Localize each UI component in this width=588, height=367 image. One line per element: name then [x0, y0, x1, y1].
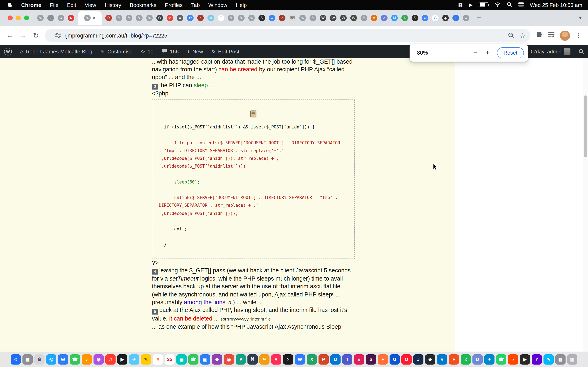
- browser-tab[interactable]: M: [391, 15, 398, 21]
- browser-tab[interactable]: ✳: [401, 15, 408, 21]
- media-controls-icon[interactable]: [548, 32, 554, 39]
- browser-tab[interactable]: W: [350, 15, 357, 21]
- dock-app-icon[interactable]: ▶: [117, 354, 127, 365]
- window-zoom-button[interactable]: [24, 16, 29, 20]
- browser-tab[interactable]: ✎: [228, 15, 234, 21]
- dock-app-icon[interactable]: ♥: [271, 354, 281, 365]
- zoom-in-button[interactable]: +: [481, 49, 494, 57]
- back-button[interactable]: ←: [3, 31, 16, 40]
- dock-app-icon[interactable]: ▦: [22, 354, 33, 365]
- browser-tab[interactable]: ✎: [136, 15, 143, 21]
- menu-item[interactable]: Profiles: [165, 2, 183, 8]
- browser-tab[interactable]: ✎: [299, 15, 306, 21]
- reload-button[interactable]: ↻: [29, 31, 43, 40]
- dock-app-icon[interactable]: #: [354, 354, 364, 365]
- dock-app-icon[interactable]: W: [295, 354, 305, 365]
- spotlight-search-icon[interactable]: [507, 2, 512, 8]
- dock-app-icon[interactable]: ✈: [129, 354, 139, 365]
- admin-greeting[interactable]: G'day, admin: [527, 45, 575, 58]
- menu-item[interactable]: View: [85, 2, 96, 8]
- menu-item[interactable]: Edit: [67, 2, 76, 8]
- address-bar[interactable]: rjmprogramming.com.au/ITblog/?p=72225 ☆: [45, 29, 530, 42]
- admin-customise[interactable]: ✎Customise: [96, 45, 137, 58]
- new-tab-button[interactable]: +: [473, 14, 485, 22]
- dock-app-icon[interactable]: ♫: [461, 354, 471, 365]
- dock-app-icon[interactable]: ☎: [188, 354, 199, 365]
- dock-app-icon[interactable]: ◆: [212, 354, 222, 365]
- browser-tab[interactable]: M: [167, 15, 173, 21]
- browser-tab[interactable]: ⚙: [269, 15, 275, 21]
- dock-app-icon[interactable]: ▥: [567, 354, 577, 365]
- browser-tab[interactable]: W: [330, 15, 337, 21]
- browser-tab[interactable]: ◔: [197, 15, 204, 21]
- browser-menu-kebab-icon[interactable]: ⋮: [575, 32, 581, 39]
- browser-tab[interactable]: W: [320, 15, 326, 21]
- browser-tab[interactable]: ✎: [248, 15, 255, 21]
- dock-app-icon[interactable]: ◉: [224, 354, 234, 365]
- dock-app-icon[interactable]: F: [449, 354, 459, 365]
- browser-tab[interactable]: ❄: [208, 15, 214, 21]
- admin-site-name[interactable]: ⌂Robert James Metcalfe Blog: [16, 45, 96, 58]
- dock-app-icon[interactable]: O: [330, 354, 341, 365]
- dock-app-icon[interactable]: J: [413, 354, 424, 365]
- dock-app-icon[interactable]: ✎: [544, 354, 554, 365]
- apple-logo-icon[interactable]: [7, 1, 13, 8]
- dock-app-icon[interactable]: ▶: [520, 354, 530, 365]
- browser-tab[interactable]: ◔: [279, 15, 285, 21]
- admin-comments[interactable]: 166: [158, 45, 183, 58]
- admin-new-button[interactable]: +New: [183, 45, 207, 58]
- dock-app-icon[interactable]: ✎: [141, 354, 151, 365]
- dock-app-icon[interactable]: ▥: [555, 354, 566, 365]
- dock-app-icon[interactable]: X: [307, 354, 317, 365]
- inline-link[interactable]: among the lions: [184, 299, 225, 305]
- admin-edit-post[interactable]: ✎Edit Post: [207, 45, 243, 58]
- browser-tab[interactable]: ✎: [126, 15, 132, 21]
- dock-app-icon[interactable]: ✈: [484, 354, 494, 365]
- dock-app-icon[interactable]: T: [342, 354, 352, 365]
- browser-tab[interactable]: ✎: [361, 15, 367, 21]
- browser-tab[interactable]: O: [156, 15, 163, 21]
- browser-tab[interactable]: ⌨: [289, 15, 296, 21]
- dock-app-icon[interactable]: Y: [532, 354, 542, 365]
- clipboard-icon[interactable]: [250, 111, 256, 118]
- bookmark-star-icon[interactable]: ☆: [520, 32, 526, 39]
- dock-app-icon[interactable]: 25: [164, 354, 175, 365]
- dock-app-icon[interactable]: V: [437, 354, 447, 365]
- browser-tab[interactable]: ●: [177, 15, 183, 21]
- keyboard-grid-icon[interactable]: ▦: [458, 2, 463, 7]
- wifi-icon[interactable]: [494, 2, 501, 8]
- admin-search[interactable]: [575, 45, 588, 58]
- page-scrollbar[interactable]: [583, 58, 588, 367]
- extensions-icon[interactable]: [536, 31, 543, 40]
- dock-app-icon[interactable]: P: [319, 354, 329, 365]
- profile-avatar[interactable]: [560, 30, 570, 41]
- menu-item[interactable]: Window: [208, 2, 227, 8]
- dock-app-icon[interactable]: G: [389, 354, 400, 365]
- menu-item[interactable]: Help: [236, 2, 247, 8]
- dock-app-icon[interactable]: ♫: [105, 354, 116, 365]
- dock-app-icon[interactable]: ⚙: [34, 354, 44, 365]
- zoom-reset-button[interactable]: Reset: [497, 47, 524, 58]
- dock-app-icon[interactable]: F: [378, 354, 388, 365]
- scrollbar-thumb[interactable]: [584, 95, 587, 157]
- browser-tab[interactable]: ✎: [238, 15, 245, 21]
- dock-app-icon[interactable]: ≡: [153, 354, 163, 365]
- dock-app-icon[interactable]: >: [283, 354, 293, 365]
- dock-app-icon[interactable]: O: [401, 354, 412, 365]
- menu-item[interactable]: Tab: [191, 2, 200, 8]
- browser-tab[interactable]: S: [412, 15, 418, 21]
- dock-app-icon[interactable]: ☎: [70, 354, 80, 365]
- dock-app-icon[interactable]: ♥: [236, 354, 246, 365]
- dock-app-icon[interactable]: ▣: [176, 354, 187, 365]
- browser-tab[interactable]: W: [340, 15, 347, 21]
- browser-tab[interactable]: ◆: [442, 15, 449, 21]
- menu-item[interactable]: History: [105, 2, 121, 8]
- zoom-indicator-icon[interactable]: [508, 32, 514, 39]
- dock-app-icon[interactable]: ✂: [259, 354, 269, 365]
- dock-app-icon[interactable]: ◉: [94, 354, 104, 365]
- url-text[interactable]: rjmprogramming.com.au/ITblog/?p=72225: [65, 33, 502, 39]
- browser-tab[interactable]: ✎: [37, 15, 44, 21]
- window-close-button[interactable]: [8, 16, 13, 20]
- browser-tab[interactable]: A: [371, 15, 377, 21]
- dock-app-icon[interactable]: ◔: [508, 354, 518, 365]
